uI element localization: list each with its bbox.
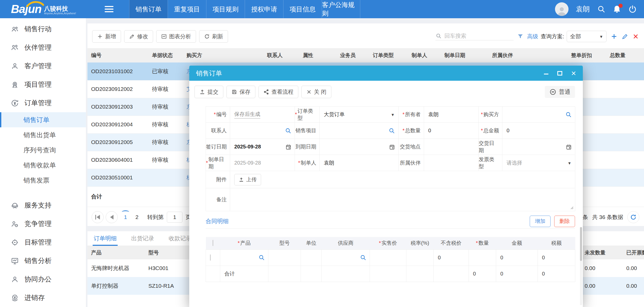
sidebar-subitem-sales-invoice[interactable]: 销售发票 <box>0 173 86 188</box>
minimize-icon[interactable]: – <box>544 71 548 76</box>
mode-toggle-button[interactable]: 普通 <box>545 86 575 98</box>
calendar-icon[interactable] <box>566 144 572 150</box>
sidebar-item-sales-actions[interactable]: 销售行动 <box>0 20 86 38</box>
delivery-date-field[interactable] <box>502 139 575 155</box>
total-qty-field[interactable]: 0 <box>424 123 479 139</box>
page-number-1[interactable]: 1 <box>120 214 131 220</box>
upload-icon <box>199 89 205 95</box>
nav-tab-project-rules[interactable]: 项目规则 <box>206 0 245 18</box>
chart-analysis-button[interactable]: 图表分析 <box>156 30 196 43</box>
row-checkbox[interactable] <box>210 254 211 261</box>
scrollbar-thumb[interactable] <box>580 227 582 261</box>
owner-field[interactable]: 袁朗 <box>424 106 479 123</box>
supplier-lookup-cell[interactable] <box>322 249 370 266</box>
sidebar-subitem-sales-shipment[interactable]: 销售出货单 <box>0 127 86 142</box>
notification-bell-icon[interactable] <box>613 5 621 14</box>
user-avatar[interactable] <box>555 2 569 16</box>
remark-textarea[interactable] <box>230 188 575 211</box>
delete-plan-icon[interactable] <box>633 33 639 40</box>
sidebar-subitem-sales-order[interactable]: 销售订单 <box>0 112 86 127</box>
make-date-field: 2025-09-28 <box>230 155 295 171</box>
sidebar-item-project-mgmt[interactable]: 项目管理 <box>0 75 86 94</box>
detail-add-button[interactable]: 增加 <box>530 216 551 227</box>
search-icon[interactable] <box>597 5 605 13</box>
total-amount-field[interactable]: 0 <box>502 123 575 139</box>
search-icon[interactable] <box>388 127 395 134</box>
calendar-icon[interactable] <box>285 144 292 150</box>
search-icon[interactable] <box>360 254 367 261</box>
tab-shipment-records[interactable]: 出货记录 <box>131 231 154 246</box>
resize-grip-icon[interactable] <box>569 205 573 209</box>
add-plan-icon[interactable] <box>611 33 617 40</box>
search-icon[interactable] <box>285 127 292 134</box>
modal-scrollbar[interactable] <box>580 227 582 305</box>
tax-cell[interactable]: 0 <box>538 249 575 266</box>
detail-delete-button[interactable]: 删除 <box>554 216 575 227</box>
sidebar-item-partner-mgmt[interactable]: 伙伴管理 <box>0 38 86 57</box>
price-cell[interactable] <box>370 249 406 266</box>
add-button[interactable]: 新增 <box>92 30 121 43</box>
close-icon[interactable]: × <box>571 69 576 77</box>
submit-button[interactable]: 提交 <box>194 86 223 98</box>
select-all-checkbox[interactable] <box>213 240 213 246</box>
untaxed-price-cell[interactable]: 0 <box>434 249 469 266</box>
tab-receipt-records[interactable]: 收款记录 <box>169 231 192 246</box>
qty-cell[interactable] <box>469 249 496 266</box>
order-submenu: 销售订单 销售出货单 序列号查询 销售收款单 销售发票 <box>0 112 86 188</box>
menu-hamburger-icon[interactable] <box>105 6 113 12</box>
sidebar-subitem-serial-query[interactable]: 序列号查询 <box>0 142 86 158</box>
power-icon[interactable] <box>628 5 637 13</box>
field-label-no: *编号 <box>206 106 230 123</box>
advanced-filter-link[interactable]: 高级 <box>527 33 538 40</box>
search-input[interactable] <box>444 33 507 39</box>
due-date-field[interactable] <box>320 139 399 155</box>
filter-funnel-icon[interactable] <box>517 33 523 40</box>
sidebar-item-service-support[interactable]: 服务支持 <box>0 196 86 215</box>
refresh-button[interactable]: 刷新 <box>199 30 228 43</box>
search-icon[interactable] <box>565 111 572 118</box>
sidebar-item-competition-mgmt[interactable]: VS 竞争管理 <box>0 215 86 233</box>
search-icon[interactable] <box>258 254 265 261</box>
product-lookup-cell[interactable] <box>220 249 268 266</box>
page-number-2[interactable]: 2 <box>131 214 143 220</box>
sidebar-subitem-sales-receipt[interactable]: 销售收款单 <box>0 158 86 173</box>
list-refresh-button[interactable] <box>627 211 639 223</box>
nav-tab-customer-pool-rules[interactable]: 客户公海规则 <box>322 0 360 18</box>
view-flow-button[interactable]: 查看流程 <box>258 86 298 98</box>
order-type-select[interactable]: 大货订单▼ <box>320 106 399 123</box>
save-button[interactable]: 保存 <box>226 86 255 98</box>
no-field[interactable]: 保存后生成 <box>230 106 295 123</box>
upload-button[interactable]: 上传 <box>234 174 261 185</box>
sidebar-item-sales-analysis[interactable]: 销售分析 <box>0 252 86 270</box>
sidebar-item-customer-mgmt[interactable]: 客户管理 <box>0 57 86 75</box>
sidebar-item-collaboration[interactable]: 协同办公 <box>0 270 86 289</box>
user-name[interactable]: 袁朗 <box>576 4 590 14</box>
buyer-lookup-field[interactable] <box>502 106 575 123</box>
sidebar-item-order-mgmt[interactable]: 订单管理 <box>0 94 86 112</box>
partner-field[interactable] <box>424 155 479 171</box>
nav-tab-project-info[interactable]: 项目信息 <box>283 0 322 18</box>
close-modal-button[interactable]: 关 闭 <box>301 86 331 98</box>
project-lookup-field[interactable] <box>320 123 399 139</box>
amount-cell[interactable]: 0 <box>496 249 538 266</box>
goto-page-input[interactable] <box>167 212 182 223</box>
edit-plan-icon[interactable] <box>622 33 628 40</box>
edit-button[interactable]: 修改 <box>124 30 153 43</box>
first-page-button[interactable] <box>92 211 104 223</box>
tax-rate-cell[interactable] <box>406 249 434 266</box>
nav-tab-auth-request[interactable]: 授权申请 <box>245 0 283 18</box>
sidebar-item-inventory[interactable]: 进销存 <box>0 289 86 307</box>
sidebar-item-target-mgmt[interactable]: 目标管理 <box>0 233 86 252</box>
tab-order-items[interactable]: 订单明细 <box>94 231 117 246</box>
invoice-type-select[interactable]: 请选择▼ <box>502 155 575 171</box>
query-plan-select[interactable]: 全部 ▼ <box>567 31 607 42</box>
prev-page-button[interactable] <box>106 211 118 223</box>
field-label-order-type: *订单类型 <box>295 106 320 123</box>
nav-tab-sales-order[interactable]: 销售订单 <box>129 0 168 18</box>
contact-lookup-field[interactable] <box>230 123 295 139</box>
nav-tab-duplicate-project[interactable]: 重复项目 <box>168 0 206 18</box>
maximize-icon[interactable] <box>557 71 562 76</box>
calendar-icon[interactable] <box>389 144 395 150</box>
sign-date-field[interactable]: 2025-09-28 <box>230 139 295 155</box>
delivery-place-field[interactable] <box>424 139 479 155</box>
